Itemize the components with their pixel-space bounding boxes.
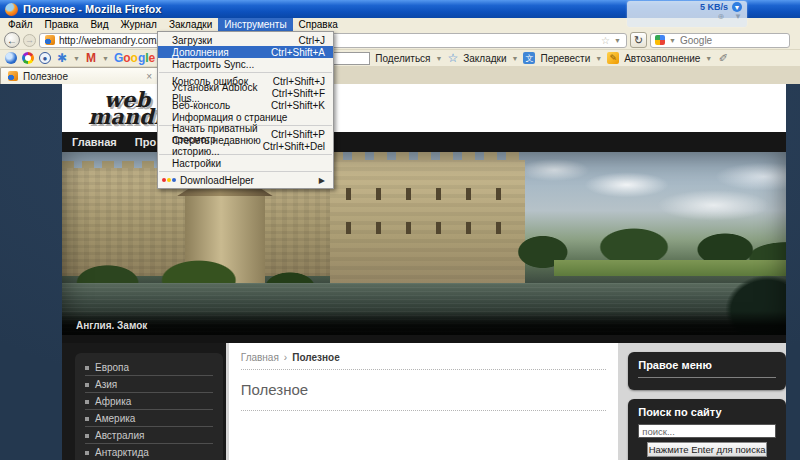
firefox-icon [5, 3, 18, 16]
site-search-button[interactable]: Нажмите Enter для поиска [647, 442, 767, 457]
search-box[interactable]: ▼ [650, 33, 790, 48]
ghost-down-icon: ▼ [734, 12, 742, 21]
net-speed-overlay: 5 KB/s ▼ ⊕ ▼ [627, 1, 747, 27]
picasa-icon[interactable] [22, 52, 34, 64]
divider [241, 410, 606, 411]
menu-item-shortcut: Ctrl+Shift+Del [263, 141, 325, 152]
tools-menu: ЗагрузкиCtrl+J ДополненияCtrl+Shift+A На… [157, 31, 334, 189]
menu-separator [159, 72, 332, 73]
tab-poleznoe[interactable]: Полезное × [0, 67, 160, 84]
search-engine-dropdown-icon[interactable]: ▼ [669, 37, 676, 44]
breadcrumb-separator: › [284, 352, 287, 363]
sidebar-item-antarctica[interactable]: Антарктида [85, 444, 213, 460]
left-sidebar-column: Европа Азия Африка Америка Австралия Ант… [62, 343, 226, 460]
share-dropdown-icon[interactable]: ▼ [436, 55, 443, 62]
sidebar-item-asia[interactable]: Азия [85, 376, 213, 393]
sidebar-item-australia[interactable]: Австралия [85, 427, 213, 444]
sidebar-item-label[interactable]: Европа [95, 362, 129, 373]
hero-caption: Англия. Замок [62, 311, 786, 335]
gmail-icon[interactable]: M [85, 52, 97, 64]
menu-item-adblock[interactable]: Установки Adblock Plus...Ctrl+Shift+F [158, 87, 333, 99]
sidebar-item-africa[interactable]: Африка [85, 393, 213, 410]
menu-item-clear-history[interactable]: Стереть недавнюю историю...Ctrl+Shift+De… [158, 140, 333, 152]
autofill-label[interactable]: Автозаполнение [624, 53, 700, 64]
tab-close-icon[interactable]: × [146, 71, 152, 82]
menu-item-shortcut: Ctrl+Shift+A [271, 47, 325, 58]
sidebar-item-label[interactable]: Африка [95, 396, 131, 407]
site-search-box: Поиск по сайту Нажмите Enter для поиска [628, 399, 786, 460]
ghost-up-icon: ⊕ [717, 12, 724, 21]
sidebar-item-label[interactable]: Антарктида [95, 447, 149, 458]
tab-label[interactable]: Полезное [23, 71, 68, 82]
gmail-dropdown-icon[interactable]: ▼ [102, 55, 109, 62]
urlbar-dropdown-icon[interactable]: ▼ [614, 37, 621, 44]
translate-icon[interactable]: 文 [523, 52, 535, 64]
site-search-input[interactable] [638, 424, 776, 438]
tab-favicon [8, 71, 18, 81]
menu-item-label: Настроить Sync... [172, 59, 254, 70]
autofill-dropdown-icon[interactable]: ▼ [705, 55, 712, 62]
net-speed-value: 5 KB/s [700, 2, 728, 12]
pencil-icon[interactable]: ✐ [717, 52, 729, 64]
toolbar-bookmarks-star-icon[interactable]: ☆ [447, 51, 458, 65]
bushes [62, 255, 366, 301]
clock-icon[interactable]: ● [39, 52, 51, 64]
tab-bar: Полезное × [0, 66, 800, 84]
sidebar-item-label[interactable]: Австралия [95, 430, 144, 441]
menu-item-label: DownloadHelper [180, 175, 254, 186]
menu-item-addons[interactable]: ДополненияCtrl+Shift+A [158, 46, 333, 58]
bullet-icon [85, 383, 89, 387]
hero-caption-text: Англия. Замок [76, 320, 147, 331]
trees [482, 222, 786, 272]
autofill-icon[interactable]: ✎ [607, 52, 619, 64]
google-search-icon[interactable] [655, 35, 665, 45]
flower-dropdown-icon[interactable]: ▼ [73, 55, 80, 62]
bullet-icon [85, 434, 89, 438]
page-title: Полезное [241, 381, 606, 398]
search-input[interactable] [680, 35, 770, 46]
menu-item-label: Стереть недавнюю историю... [172, 135, 263, 157]
bookmarks-dropdown-icon[interactable]: ▼ [512, 55, 519, 62]
menu-bookmarks[interactable]: Закладки [163, 18, 218, 31]
toolbar-bookmarks-label[interactable]: Закладки [463, 53, 506, 64]
bookmark-star-icon[interactable]: ☆ [601, 35, 610, 46]
window-title: Полезное - Mozilla Firefox [23, 3, 161, 15]
castle-keep [330, 160, 525, 288]
menu-edit[interactable]: Правка [39, 18, 85, 31]
grass-bank [554, 260, 786, 276]
breadcrumb: Главная › Полезное [241, 352, 606, 363]
reload-button[interactable]: ↻ [630, 32, 647, 48]
back-button[interactable]: ← [4, 32, 20, 48]
menu-item-sync[interactable]: Настроить Sync... [158, 58, 333, 70]
menu-history[interactable]: Журнал [114, 18, 163, 31]
menu-item-page-info[interactable]: Информация о странице [158, 111, 333, 123]
sidebar-item-label[interactable]: Азия [95, 379, 117, 390]
menu-file[interactable]: Файл [2, 18, 39, 31]
addon-flower-icon[interactable]: ✱ [56, 52, 68, 64]
translate-dropdown-icon[interactable]: ▼ [595, 55, 602, 62]
menu-item-shortcut: Ctrl+Shift+J [273, 76, 325, 87]
menu-item-options[interactable]: Настройки [158, 157, 333, 169]
menu-item-downloadhelper[interactable]: DownloadHelper ▶ [158, 174, 333, 186]
bullet-icon [85, 366, 89, 370]
divider [241, 369, 606, 370]
share-label[interactable]: Поделиться [375, 53, 430, 64]
google-earth-icon[interactable] [5, 52, 17, 64]
menu-item-downloads[interactable]: ЗагрузкиCtrl+J [158, 34, 333, 46]
menu-item-label: Загрузки [172, 35, 212, 46]
breadcrumb-current: Полезное [292, 352, 340, 363]
sidebar-item-europe[interactable]: Европа [85, 359, 213, 376]
google-logo: Google [114, 51, 155, 65]
menu-tools[interactable]: Инструменты [218, 18, 292, 31]
bullet-icon [85, 451, 89, 455]
menu-help[interactable]: Справка [293, 18, 344, 31]
translate-label[interactable]: Перевести [540, 53, 590, 64]
menu-view[interactable]: Вид [84, 18, 114, 31]
breadcrumb-home[interactable]: Главная [241, 352, 279, 363]
site-nav-home[interactable]: Главная [72, 136, 117, 148]
menu-item-label: Веб-консоль [172, 100, 230, 111]
sidebar-item-label[interactable]: Америка [95, 413, 135, 424]
sidebar-item-america[interactable]: Америка [85, 410, 213, 427]
right-sidebar-column: Правое меню Поиск по сайту Нажмите Enter… [628, 343, 786, 460]
forward-button[interactable]: → [23, 34, 36, 47]
